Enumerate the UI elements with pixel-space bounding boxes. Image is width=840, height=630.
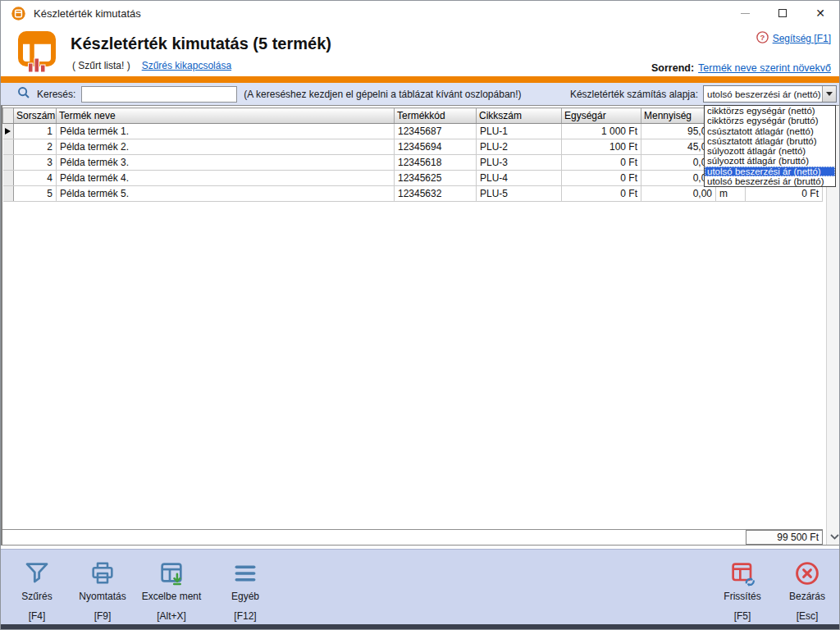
scroll-down-button[interactable] xyxy=(828,530,840,544)
table-row[interactable]: 2 Példa termék 2. 12345694 PLU-2 100 Ft … xyxy=(3,139,823,155)
filter-button[interactable]: Szűrés [F4] xyxy=(4,550,70,626)
cell-termekkod: 12345694 xyxy=(395,139,477,155)
cell-egysegar: 0 Ft xyxy=(562,155,641,171)
cell-termek-neve: Példa termék 3. xyxy=(57,155,395,171)
column-header-cikkszam[interactable]: Cikkszám xyxy=(477,108,562,124)
excel-export-button[interactable]: Excelbe ment [Alt+X] xyxy=(135,550,208,626)
window-bottom-edge xyxy=(1,624,839,629)
combobox-arrow-icon[interactable] xyxy=(822,86,836,102)
accent-divider xyxy=(1,76,839,83)
row-selector-cell xyxy=(3,171,14,186)
cell-termek-neve: Példa termék 2. xyxy=(57,139,395,155)
minimize-icon xyxy=(741,13,750,14)
column-header-termekkod[interactable]: Termékkód xyxy=(395,108,477,124)
dropdown-option[interactable]: csúsztatott átlagár (bruttó) xyxy=(705,136,835,146)
header: Készletérték kimutatás (5 termék) ( Szűr… xyxy=(1,25,839,76)
excel-export-icon xyxy=(158,560,185,590)
svg-text:?: ? xyxy=(760,33,765,42)
filtered-note: ( Szűrt lista! ) xyxy=(72,60,130,71)
close-icon: ✕ xyxy=(815,7,825,19)
cell-cikkszam: PLU-2 xyxy=(477,139,562,155)
column-header-termek-neve[interactable]: Termék neve xyxy=(57,108,395,124)
calc-basis-value: utolsó beszerzési ár (nettó) xyxy=(704,89,822,99)
window-title: Készletérték kimutatás xyxy=(34,7,141,20)
cell-cikkszam: PLU-1 xyxy=(477,124,562,139)
column-header-sorszam[interactable]: Sorszám xyxy=(14,108,57,124)
filter-off-link[interactable]: Szűrés kikapcsolása xyxy=(142,60,231,71)
cell-cikkszam: PLU-3 xyxy=(477,155,562,171)
cell-termekkod: 12345687 xyxy=(395,124,477,139)
sort-order-link[interactable]: Termék neve szerint növekvő xyxy=(698,62,831,74)
maximize-button[interactable] xyxy=(764,1,801,25)
close-window-button[interactable]: Bezárás [Esc] xyxy=(775,550,839,626)
table-row[interactable]: 4 Példa termék 4. 12345625 PLU-4 0 Ft 0,… xyxy=(3,171,823,186)
titlebar: Készletérték kimutatás ✕ xyxy=(1,1,839,25)
dropdown-option[interactable]: cikktörzs egységár (bruttó) xyxy=(705,116,835,126)
cell-sorszam: 4 xyxy=(14,171,57,186)
dropdown-option[interactable]: utolsó beszerzési ár (bruttó) xyxy=(705,176,835,186)
maximize-icon xyxy=(778,9,787,17)
dropdown-option[interactable]: cikktörzs egységár (nettó) xyxy=(705,106,835,116)
toolbar-spacer xyxy=(283,550,710,626)
dropdown-option[interactable]: súlyozott átlagár (bruttó) xyxy=(705,156,835,166)
search-label: Keresés: xyxy=(37,89,75,100)
calc-basis-combobox[interactable]: utolsó beszerzési ár (nettó) xyxy=(703,85,837,103)
help-icon: ? xyxy=(756,31,769,46)
column-header-selector xyxy=(3,108,14,124)
close-circle-icon xyxy=(794,560,820,590)
cell-egysegar: 1 000 Ft xyxy=(562,124,641,139)
cell-termekkod: 12345618 xyxy=(395,155,477,171)
table-row[interactable]: 5 Példa termék 5. 12345632 PLU-5 0 Ft 0,… xyxy=(3,186,823,202)
cell-termek-neve: Példa termék 1. xyxy=(57,124,395,139)
calc-basis-dropdown-list: cikktörzs egységár (nettó) cikktörzs egy… xyxy=(704,105,836,187)
cell-termek-neve: Példa termék 4. xyxy=(57,171,395,186)
cell-termek-neve: Példa termék 5. xyxy=(57,186,395,202)
sort-label: Sorrend: xyxy=(651,62,694,74)
cell-egysegar: 0 Ft xyxy=(562,171,641,186)
total-value: 99 500 Ft xyxy=(746,530,823,545)
cell-cikkszam: PLU-5 xyxy=(477,186,562,202)
cell-cikkszam: PLU-4 xyxy=(477,171,562,186)
cell-unit: m xyxy=(716,186,746,202)
table-row[interactable]: 3 Példa termék 3. 12345618 PLU-3 0 Ft 0,… xyxy=(3,155,823,171)
refresh-button[interactable]: Frissítés [F5] xyxy=(710,550,775,626)
calc-basis-label: Készletérték számítás alapja: xyxy=(570,89,698,100)
search-input[interactable] xyxy=(81,86,237,103)
minimize-button[interactable] xyxy=(726,1,764,25)
printer-icon xyxy=(89,560,116,590)
menu-icon xyxy=(232,560,258,590)
page-title: Készletérték kimutatás (5 termék) xyxy=(71,34,331,53)
cell-mennyiseg: 0,00 xyxy=(641,186,716,202)
filter-icon xyxy=(24,560,50,590)
table-row[interactable]: 1 Példa termék 1. 12345687 PLU-1 1 000 F… xyxy=(3,124,823,139)
current-row-arrow-icon xyxy=(5,128,11,135)
cell-value: 0 Ft xyxy=(746,186,823,202)
refresh-table-icon xyxy=(729,560,756,590)
close-button[interactable]: ✕ xyxy=(801,1,839,25)
help-link[interactable]: Segítség [F1] xyxy=(773,33,831,44)
chevron-down-icon xyxy=(830,534,839,540)
search-hint: (A kereséshez kezdjen el gépelni a táblá… xyxy=(244,89,521,100)
row-selector-cell xyxy=(3,155,14,171)
dropdown-option[interactable]: súlyozott átlagár (nettó) xyxy=(705,146,835,156)
other-button[interactable]: Egyéb [F12] xyxy=(208,550,283,626)
dropdown-option[interactable]: csúsztatott átlagár (nettó) xyxy=(705,126,835,136)
row-selector-cell xyxy=(3,186,14,202)
app-window: Készletérték kimutatás ✕ Készletérték ki… xyxy=(0,0,840,630)
cell-sorszam: 3 xyxy=(14,155,57,171)
cell-egysegar: 0 Ft xyxy=(562,186,641,202)
report-logo-icon xyxy=(17,30,58,76)
cell-termekkod: 12345632 xyxy=(395,186,477,202)
app-icon xyxy=(11,7,25,21)
print-button[interactable]: Nyomtatás [F9] xyxy=(70,550,135,626)
search-bar: Keresés: (A kereséshez kezdjen el gépeln… xyxy=(1,83,839,105)
cell-sorszam: 5 xyxy=(14,186,57,202)
row-selector-cell xyxy=(3,139,14,155)
dropdown-option-selected[interactable]: utolsó beszerzési ár (nettó) xyxy=(705,167,835,176)
row-selector-cell xyxy=(3,124,14,139)
search-icon xyxy=(17,86,30,102)
cell-sorszam: 2 xyxy=(14,139,57,155)
column-header-egysegar[interactable]: Egységár xyxy=(562,108,641,124)
cell-termekkod: 12345625 xyxy=(395,171,477,186)
totals-row: 99 500 Ft xyxy=(2,529,823,545)
